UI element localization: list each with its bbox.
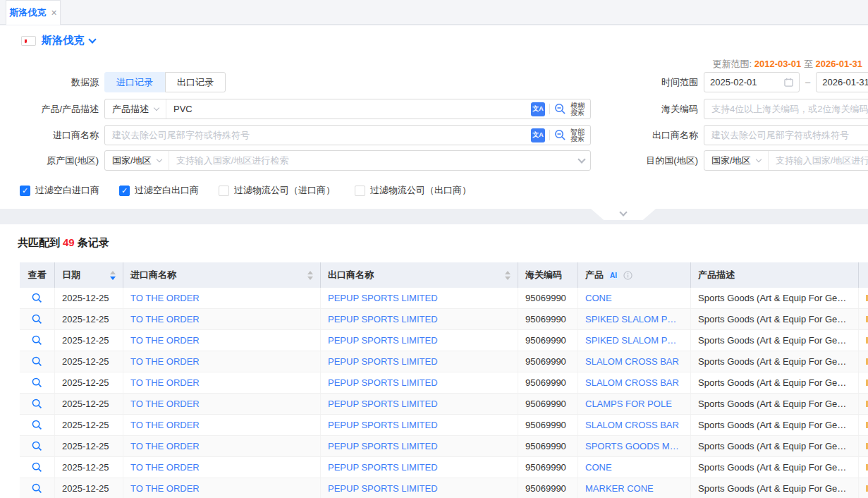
sort-icon[interactable] [302, 271, 313, 280]
importer-link[interactable]: TO THE ORDER [123, 436, 321, 456]
view-magnifier-icon[interactable] [32, 441, 42, 451]
exporter-link[interactable]: PEPUP SPORTS LIMITED [321, 457, 518, 478]
checkbox-icon[interactable]: ✓ [219, 186, 229, 196]
view-record-button[interactable] [20, 288, 55, 308]
translate-icon[interactable]: 文A [531, 102, 545, 116]
destination-country-input[interactable]: 支持输入国家/地区进行检索 [769, 154, 868, 167]
exporter-link[interactable]: PEPUP SPORTS LIMITED [321, 478, 518, 498]
checkbox-filter-blank-exporter[interactable]: ✓ 过滤空白出口商 [119, 184, 199, 197]
tab-slovakia[interactable]: 斯洛伐克 × [6, 0, 61, 25]
header-date[interactable]: 日期 [55, 262, 123, 288]
view-record-button[interactable] [20, 436, 55, 456]
fuzzy-search-label[interactable]: 模糊 搜索 [570, 102, 585, 116]
hs-code-input[interactable]: 支持4位以上海关编码，或2位海关编码加上 [704, 103, 868, 116]
product-link[interactable]: MARKER CONE [578, 478, 691, 498]
checkbox-filter-blank-importer[interactable]: ✓ 过滤空白进口商 [20, 184, 99, 197]
product-link[interactable]: SLALOM CROSS BAR [578, 372, 691, 393]
exporter-link[interactable]: PEPUP SPORTS LIMITED [321, 288, 518, 308]
product-link[interactable]: SLALOM CROSS BAR [578, 415, 691, 435]
product-link[interactable]: SPIKED SLALOM POLE [578, 309, 691, 329]
exporter-link[interactable]: PEPUP SPORTS LIMITED [321, 436, 518, 456]
exporter-link[interactable]: PEPUP SPORTS LIMITED [321, 394, 518, 414]
table-row: 2025-12-25TO THE ORDERPEPUP SPORTS LIMIT… [20, 394, 868, 415]
origin-country-input[interactable]: 支持输入国家/地区进行检索 [169, 154, 573, 167]
importer-link[interactable]: TO THE ORDER [123, 457, 321, 478]
importer-link[interactable]: TO THE ORDER [123, 394, 321, 414]
view-magnifier-icon[interactable] [32, 293, 42, 303]
smart-search-label[interactable]: 智能 搜索 [570, 128, 585, 142]
view-record-button[interactable] [20, 478, 55, 498]
start-date-value: 2025-02-01 [710, 77, 780, 87]
filter-panel: 斯洛伐克 更新范围: 2012-03-01 至 2026-01-31 数据源 进… [0, 25, 868, 209]
importer-link[interactable]: TO THE ORDER [123, 351, 321, 372]
checkbox-filter-logistics-exporter[interactable]: ✓ 过滤物流公司（出口商） [355, 184, 471, 197]
view-record-button[interactable] [20, 372, 55, 393]
view-record-button[interactable] [20, 351, 55, 372]
product-type-select[interactable]: 产品描述 [105, 99, 166, 119]
exporter-link[interactable]: PEPUP SPORTS LIMITED [321, 309, 518, 329]
origin-country-select[interactable]: 国家/地区 [105, 151, 169, 170]
description-cell: Sports Goods (Art & Equip For Gen ... [691, 309, 859, 329]
header-importer[interactable]: 进口商名称 [123, 262, 321, 288]
smart-search-icon[interactable] [554, 129, 566, 141]
checkbox-icon[interactable]: ✓ [20, 186, 30, 196]
update-range-label: 更新范围: [713, 59, 752, 69]
hs-code-fieldbox: 支持4位以上海关编码，或2位海关编码加上 [704, 99, 868, 119]
view-record-button[interactable] [20, 330, 55, 351]
summary-prefix: 共匹配到 [18, 236, 60, 248]
import-records-button[interactable]: 进口记录 [104, 72, 165, 92]
view-record-button[interactable] [20, 309, 55, 329]
tab-close-icon[interactable]: × [51, 7, 56, 18]
checkbox-label: 过滤物流公司（出口商） [370, 184, 471, 197]
view-magnifier-icon[interactable] [32, 420, 42, 430]
product-link[interactable]: CONE [578, 288, 691, 308]
importer-link[interactable]: TO THE ORDER [123, 478, 321, 498]
country-selector[interactable]: 斯洛伐克 [21, 34, 95, 47]
view-magnifier-icon[interactable] [32, 314, 42, 324]
view-magnifier-icon[interactable] [32, 462, 42, 473]
product-link[interactable]: CONE [578, 457, 691, 478]
date-cell: 2025-12-25 [55, 436, 123, 456]
importer-link[interactable]: TO THE ORDER [123, 309, 321, 329]
export-records-button[interactable]: 出口记录 [165, 72, 226, 92]
view-magnifier-icon[interactable] [32, 483, 42, 494]
checkbox-filter-logistics-importer[interactable]: ✓ 过滤物流公司（进口商） [219, 184, 335, 197]
product-link[interactable]: CLAMPS FOR POLE [578, 394, 691, 414]
importer-input[interactable]: 建议去除公司尾部字符或特殊符号 [105, 129, 525, 142]
checkbox-icon[interactable]: ✓ [355, 186, 365, 196]
exporter-link[interactable]: PEPUP SPORTS LIMITED [321, 372, 518, 393]
fuzzy-search-icon[interactable] [554, 103, 566, 115]
product-link[interactable]: SPORTS GOODS MAR... [578, 436, 691, 456]
view-record-button[interactable] [20, 394, 55, 414]
time-range-start-input[interactable]: 2025-02-01 [704, 72, 800, 92]
destination-country-select[interactable]: 国家/地区 [704, 151, 769, 170]
clipped-extra-cell [859, 436, 868, 456]
product-input[interactable]: PVC [166, 104, 525, 114]
description-cell: Sports Goods (Art & Equip For Gen ... [691, 288, 859, 308]
header-exporter[interactable]: 出口商名称 [321, 262, 518, 288]
checkbox-icon[interactable]: ✓ [119, 186, 130, 196]
importer-link[interactable]: TO THE ORDER [123, 288, 321, 308]
info-icon[interactable] [623, 271, 632, 280]
view-magnifier-icon[interactable] [32, 377, 42, 388]
importer-link[interactable]: TO THE ORDER [123, 330, 321, 351]
view-magnifier-icon[interactable] [32, 399, 42, 409]
importer-link[interactable]: TO THE ORDER [123, 372, 321, 393]
view-record-button[interactable] [20, 415, 55, 435]
translate-icon[interactable]: 文A [531, 128, 545, 142]
view-magnifier-icon[interactable] [32, 356, 42, 367]
importer-link[interactable]: TO THE ORDER [123, 415, 321, 435]
view-magnifier-icon[interactable] [32, 335, 42, 346]
view-record-button[interactable] [20, 457, 55, 478]
exporter-link[interactable]: PEPUP SPORTS LIMITED [321, 415, 518, 435]
exporter-link[interactable]: PEPUP SPORTS LIMITED [321, 351, 518, 372]
sort-icon[interactable] [104, 271, 116, 280]
header-product-label: 产品 [585, 269, 604, 281]
time-range-end-input[interactable]: 2026-01-31 [816, 72, 868, 92]
sort-icon[interactable] [499, 271, 511, 280]
exporter-input[interactable]: 建议去除公司尾部字符或特殊符号 [704, 129, 868, 142]
collapse-panel-handle[interactable] [591, 209, 656, 220]
product-link[interactable]: SPIKED SLALOM POLE [578, 330, 691, 351]
exporter-link[interactable]: PEPUP SPORTS LIMITED [321, 330, 518, 351]
product-link[interactable]: SLALOM CROSS BAR [578, 351, 691, 372]
